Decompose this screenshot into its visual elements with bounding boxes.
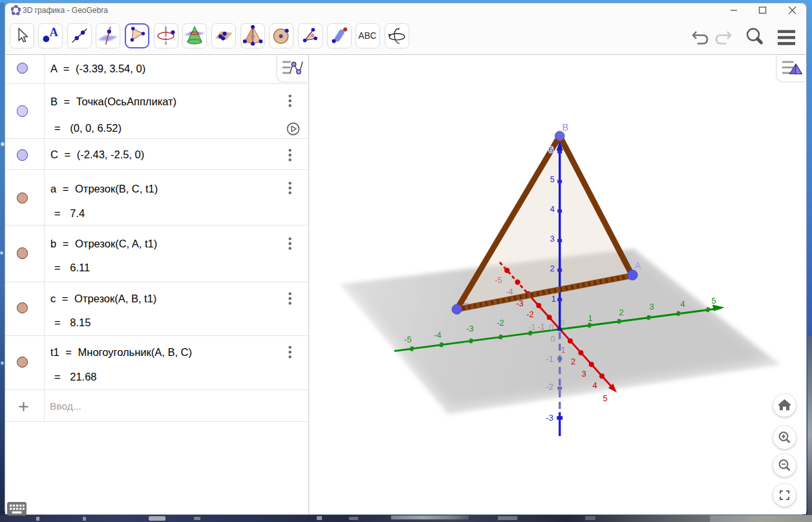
svg-text:-3: -3 [466,324,474,333]
svg-text:1: 1 [561,345,565,355]
svg-text:-5: -5 [404,335,412,344]
svg-text:-5: -5 [495,275,502,285]
svg-text:5: 5 [603,393,607,403]
svg-text:4: 4 [592,381,597,390]
svg-text:-1: -1 [537,322,545,331]
svg-text:2: 2 [571,357,575,366]
svg-text:ABC: ABC [359,31,377,41]
svg-text:3: 3 [649,302,654,311]
svg-text:-1: -1 [546,354,553,364]
svg-text:-4: -4 [506,287,513,297]
svg-text:A: A [50,26,59,39]
svg-text:2: 2 [619,308,623,317]
svg-text:-2: -2 [546,382,553,392]
svg-text:3: 3 [581,369,586,379]
svg-text:-2: -2 [526,309,534,319]
svg-text:1: 1 [588,313,592,323]
svg-text:6: 6 [549,145,553,154]
svg-text:4: 4 [680,299,685,309]
svg-text:5: 5 [550,174,555,184]
svg-text:2: 2 [550,264,555,273]
svg-text:A: A [635,260,641,271]
svg-text:3: 3 [550,234,555,244]
svg-text:B: B [562,121,569,132]
svg-text:-2: -2 [497,318,504,328]
svg-text:5: 5 [711,296,716,306]
svg-text:-4: -4 [434,330,442,340]
svg-text:1: 1 [551,294,556,304]
svg-text:4: 4 [550,204,555,214]
svg-text:-1: -1 [528,322,536,332]
svg-text:-3: -3 [546,413,553,423]
svg-text:0: 0 [550,334,555,344]
svg-text:0: 0 [549,322,553,332]
